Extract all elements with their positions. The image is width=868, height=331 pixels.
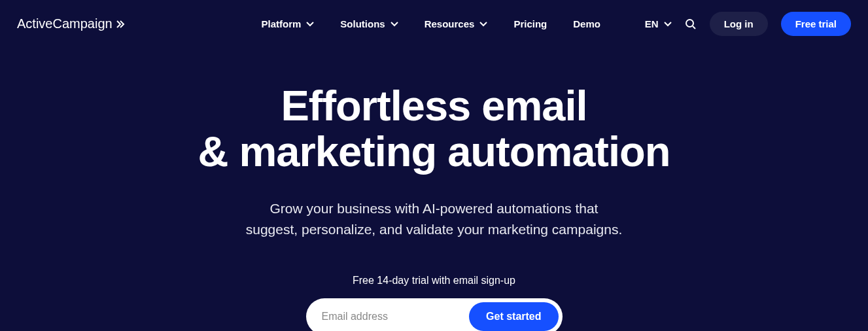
language-label: EN xyxy=(645,18,659,29)
nav-platform[interactable]: Platform xyxy=(261,18,314,29)
free-trial-button[interactable]: Free trial xyxy=(781,12,851,36)
hero-title: Effortless email & marketing automation xyxy=(0,83,868,175)
email-input[interactable] xyxy=(310,303,470,330)
nav-solutions[interactable]: Solutions xyxy=(340,18,398,29)
nav-resources[interactable]: Resources xyxy=(425,18,488,29)
nav-label: Resources xyxy=(425,18,475,29)
nav-label: Solutions xyxy=(340,18,385,29)
hero-subtitle-line1: Grow your business with AI-powered autom… xyxy=(270,201,599,216)
get-started-button[interactable]: Get started xyxy=(469,302,558,331)
nav-label: Platform xyxy=(261,18,301,29)
hero-title-line1: Effortless email xyxy=(281,82,587,130)
logo-arrow-icon xyxy=(115,19,126,29)
hero-subtitle: Grow your business with AI-powered autom… xyxy=(0,198,868,239)
signup-form: Get started xyxy=(306,298,563,331)
chevron-down-icon xyxy=(664,22,672,27)
chevron-down-icon xyxy=(479,22,487,27)
language-selector[interactable]: EN xyxy=(645,18,672,29)
svg-line-1 xyxy=(693,26,695,29)
svg-point-0 xyxy=(686,20,693,27)
nav-label: Demo xyxy=(573,18,600,29)
nav-demo[interactable]: Demo xyxy=(573,18,600,29)
chevron-down-icon xyxy=(306,22,314,27)
login-button[interactable]: Log in xyxy=(710,12,768,36)
trial-label: Free 14-day trial with email sign-up xyxy=(0,275,868,287)
brand-logo[interactable]: ActiveCampaign xyxy=(17,16,126,31)
hero-section: Effortless email & marketing automation … xyxy=(0,48,868,331)
hero-subtitle-line2: suggest, personalize, and validate your … xyxy=(246,222,623,237)
main-nav: Platform Solutions Resources Pricing Dem… xyxy=(261,18,600,29)
nav-label: Pricing xyxy=(513,18,547,29)
search-icon[interactable] xyxy=(685,18,697,30)
nav-pricing[interactable]: Pricing xyxy=(513,18,547,29)
brand-name: ActiveCampaign xyxy=(17,16,113,31)
site-header: ActiveCampaign Platform Solutions Resour… xyxy=(0,0,868,48)
header-actions: EN Log in Free trial xyxy=(645,12,851,36)
hero-title-line2: & marketing automation xyxy=(198,128,670,175)
chevron-down-icon xyxy=(391,22,398,27)
